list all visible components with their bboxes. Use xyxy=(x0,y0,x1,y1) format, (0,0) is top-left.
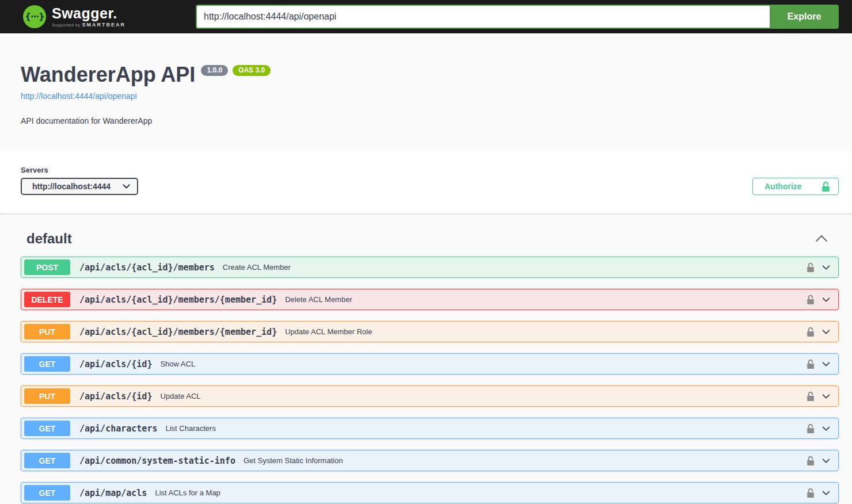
auth-lock-button[interactable] xyxy=(805,358,816,371)
operation-summary: Update ACL xyxy=(160,392,200,400)
unlocked-padlock-icon xyxy=(807,423,815,434)
operation-row[interactable]: GET /api/characters List Characters xyxy=(21,418,839,439)
chevron-down-icon xyxy=(821,295,831,305)
scheme-container: Servers http://localhost:4444 Authorize xyxy=(0,151,852,213)
operation-path: /api/acls/{acl_id}/members/{member_id} xyxy=(79,295,277,305)
operation-summary: Get System Static Information xyxy=(244,456,343,465)
swagger-logo-icon: {···} xyxy=(23,5,46,28)
tag-section-default: default POST /api/acls/{acl_id}/members … xyxy=(0,230,852,503)
chevron-down-icon xyxy=(821,359,831,369)
operation-row[interactable]: DELETE /api/acls/{acl_id}/members/{membe… xyxy=(21,289,839,310)
auth-lock-button[interactable] xyxy=(805,487,816,499)
servers-block: Servers http://localhost:4444 xyxy=(21,166,138,195)
unlocked-padlock-icon xyxy=(807,391,815,402)
expand-operation-button[interactable] xyxy=(820,293,832,306)
operation-path: /api/acls/{id} xyxy=(79,359,152,369)
tag-title: default xyxy=(26,231,72,247)
spec-url-input[interactable] xyxy=(196,5,770,29)
unlocked-padlock-icon xyxy=(807,295,815,305)
collapse-section-button[interactable] xyxy=(812,232,831,246)
operation-path: /api/characters xyxy=(79,423,157,434)
page-title: WandererApp API 1.0.0 OAS 3.0 xyxy=(21,62,839,87)
brand-tagline: Supported bySMARTBEAR xyxy=(52,22,125,28)
servers-label: Servers xyxy=(21,166,138,174)
spec-url-form: Explore xyxy=(196,5,839,29)
operation-summary: List ACLs for a Map xyxy=(155,488,220,497)
expand-operation-button[interactable] xyxy=(820,422,832,435)
operation-row[interactable]: GET /api/map/acls List ACLs for a Map xyxy=(21,482,839,503)
authorize-button[interactable]: Authorize xyxy=(752,178,839,195)
servers-selected-value: http://localhost:4444 xyxy=(32,182,111,191)
unlocked-padlock-icon xyxy=(807,488,815,498)
operation-path: /api/acls/{id} xyxy=(79,391,152,402)
operation-summary: List Characters xyxy=(165,424,215,433)
operation-path: /api/acls/{acl_id}/members xyxy=(79,262,215,273)
operation-row[interactable]: GET /api/common/system-static-info Get S… xyxy=(21,450,839,471)
unlocked-padlock-icon xyxy=(807,456,815,466)
logo-brackets: {···} xyxy=(25,12,44,22)
api-title-text: WandererApp API xyxy=(21,62,195,87)
auth-lock-button[interactable] xyxy=(805,261,816,274)
oas-badge: OAS 3.0 xyxy=(233,65,271,76)
topbar: {···} Swagger. Supported bySMARTBEAR Exp… xyxy=(0,0,852,33)
swagger-logo[interactable]: {···} Swagger. Supported bySMARTBEAR xyxy=(23,5,196,28)
api-description: API documentation for WandererApp xyxy=(21,116,839,125)
chevron-down-icon xyxy=(821,488,831,498)
unlocked-padlock-icon xyxy=(807,262,815,273)
method-badge: PUT xyxy=(24,324,70,339)
api-info: WandererApp API 1.0.0 OAS 3.0 http://loc… xyxy=(21,62,839,125)
auth-lock-button[interactable] xyxy=(805,422,816,435)
unlocked-padlock-icon xyxy=(807,359,815,369)
version-badge: 1.0.0 xyxy=(201,65,228,76)
operation-path: /api/common/system-static-info xyxy=(79,456,235,466)
expand-operation-button[interactable] xyxy=(820,390,832,403)
auth-lock-button[interactable] xyxy=(805,390,816,403)
unlocked-padlock-icon xyxy=(807,327,815,337)
method-badge: POST xyxy=(24,259,70,275)
operations-list: POST /api/acls/{acl_id}/members Create A… xyxy=(21,257,839,503)
spec-url-link[interactable]: http://localhost:4444/api/openapi xyxy=(21,91,137,101)
chevron-down-icon xyxy=(821,262,831,273)
chevron-down-icon xyxy=(123,184,130,189)
method-badge: GET xyxy=(24,421,70,436)
chevron-up-icon xyxy=(815,234,828,242)
method-badge: PUT xyxy=(24,388,70,404)
expand-operation-button[interactable] xyxy=(820,326,832,338)
expand-operation-button[interactable] xyxy=(820,358,832,371)
chevron-down-icon xyxy=(821,327,831,337)
operation-path: /api/acls/{acl_id}/members/{member_id} xyxy=(79,327,277,337)
operation-summary: Delete ACL Member xyxy=(285,295,352,304)
expand-operation-button[interactable] xyxy=(820,261,832,274)
method-badge: DELETE xyxy=(24,292,70,307)
servers-select[interactable]: http://localhost:4444 xyxy=(21,178,138,195)
operation-summary: Update ACL Member Role xyxy=(285,327,372,336)
operation-row[interactable]: PUT /api/acls/{acl_id}/members/{member_i… xyxy=(21,321,839,342)
authorize-label: Authorize xyxy=(764,182,802,191)
operation-row[interactable]: GET /api/acls/{id} Show ACL xyxy=(21,353,839,375)
method-badge: GET xyxy=(24,485,70,501)
operation-row[interactable]: POST /api/acls/{acl_id}/members Create A… xyxy=(21,257,839,278)
expand-operation-button[interactable] xyxy=(820,455,832,467)
chevron-down-icon xyxy=(821,456,831,466)
operation-summary: Show ACL xyxy=(160,360,195,368)
unlocked-padlock-icon xyxy=(821,181,830,192)
expand-operation-button[interactable] xyxy=(820,487,832,499)
auth-lock-button[interactable] xyxy=(805,326,816,338)
chevron-down-icon xyxy=(821,391,831,402)
explore-button[interactable]: Explore xyxy=(770,5,839,29)
tag-header[interactable]: default xyxy=(21,230,839,248)
tagline-brand: SMARTBEAR xyxy=(82,22,125,28)
brand-name: Swagger. xyxy=(52,6,125,21)
operation-row[interactable]: PUT /api/acls/{id} Update ACL xyxy=(21,385,839,407)
operation-path: /api/map/acls xyxy=(79,488,147,498)
auth-lock-button[interactable] xyxy=(805,293,816,306)
chevron-down-icon xyxy=(821,423,831,434)
method-badge: GET xyxy=(24,356,70,372)
auth-lock-button[interactable] xyxy=(805,455,816,467)
tagline-prefix: Supported by xyxy=(52,22,80,28)
operation-summary: Create ACL Member xyxy=(223,263,291,272)
method-badge: GET xyxy=(24,453,70,468)
